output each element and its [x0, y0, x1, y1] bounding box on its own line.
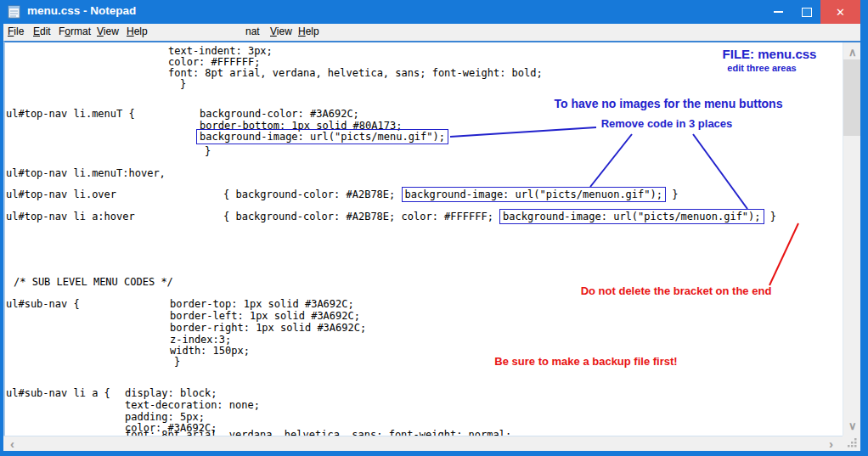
code-line: ul#top-nav li.menuT { [6, 109, 135, 120]
code-line: border-left: 1px solid #3A692C; [170, 311, 360, 322]
code-line: border-top: 1px solid #3A692C; [170, 299, 354, 310]
annotation-text: FILE: menu.css [723, 47, 817, 61]
close-icon: ✕ [836, 6, 845, 19]
vertical-scrollbar[interactable]: ∧ ∨ [843, 42, 861, 436]
scroll-up-icon[interactable]: ∧ [848, 47, 857, 58]
highlight-box: background-image: url("picts/menu.gif"); [196, 129, 448, 144]
scroll-right-icon[interactable]: › [829, 438, 833, 449]
annotation-text: To have no images for the menu buttons [555, 97, 783, 110]
scroll-left-icon[interactable]: ‹ [10, 438, 14, 449]
maximize-icon [802, 8, 812, 17]
menu-bar: FileEditFormatViewHelpnatViewHelp [0, 24, 868, 41]
highlight-box: background-image: url("picts/menuon.gif"… [499, 209, 764, 224]
resize-grip[interactable] [843, 436, 860, 451]
code-line: { background-color: #A2B78E; color: #FFF… [223, 211, 776, 222]
minimize-icon [774, 11, 783, 13]
ghost-menu-item-help[interactable]: Help [298, 25, 319, 37]
notepad-icon [8, 4, 20, 19]
code-line: background-color: #3A692C; [200, 109, 359, 120]
menu-item-view[interactable]: View [97, 25, 119, 37]
annotation-text: Be sure to make a backup file first! [494, 355, 677, 368]
menu-item-help[interactable]: Help [127, 25, 148, 37]
code-line: font: 8pt arial, verdana, helvetica, san… [168, 68, 543, 79]
code-line: ul#sub-nav { [6, 299, 80, 310]
scroll-down-icon[interactable]: ∨ [848, 420, 857, 431]
window-title: menu.css - Notepad [27, 4, 136, 17]
ghost-menu-item-nat[interactable]: nat [245, 25, 260, 37]
code-line: display: block; [125, 388, 217, 399]
code-line: { background-color: #A2B78E; background-… [223, 189, 678, 200]
minimize-button[interactable] [764, 0, 792, 24]
code-line: text-decoration: none; [125, 400, 260, 411]
code-line: border-right: 1px solid #3A692C; [170, 323, 366, 334]
menu-item-edit[interactable]: Edit [33, 25, 51, 37]
maximize-button[interactable] [792, 0, 820, 24]
title-bar[interactable]: menu.css - Notepad ✕ [0, 0, 868, 24]
code-line: } [180, 79, 186, 90]
menu-item-file[interactable]: File [8, 25, 24, 37]
code-line: background-image: url("picts/menu.gif"); [196, 132, 448, 143]
annotation-text: Remove code in 3 places [601, 117, 733, 130]
code-line: } [205, 146, 211, 157]
code-line: width: 150px; [170, 346, 250, 357]
horizontal-scrollbar[interactable]: ‹ › [3, 436, 843, 452]
highlight-box: background-image: url("picts/menuon.gif"… [402, 187, 666, 202]
code-line: /* SUB LEVEL MENU CODES */ [14, 277, 173, 288]
code-line: ul#top-nav li.over [6, 189, 116, 200]
notepad-window: menu.css - Notepad ✕ FileEditFormatViewH… [0, 0, 868, 456]
annotation-text: Do not delete the bracket on the end [581, 284, 772, 297]
vertical-scrollbar-thumb[interactable] [843, 59, 861, 136]
ghost-menu-item-view[interactable]: View [270, 25, 292, 37]
menu-item-format[interactable]: Format [59, 25, 91, 37]
close-button[interactable]: ✕ [820, 0, 860, 24]
grip-icon [848, 438, 858, 448]
code-line: ul#top-nav li a:hover [6, 211, 135, 222]
annotation-text: edit three areas [727, 63, 796, 73]
code-line: ul#top-nav li.menuT:hover, [6, 168, 166, 179]
code-line: } [174, 357, 180, 368]
code-line: ul#sub-nav li a { [6, 388, 110, 399]
